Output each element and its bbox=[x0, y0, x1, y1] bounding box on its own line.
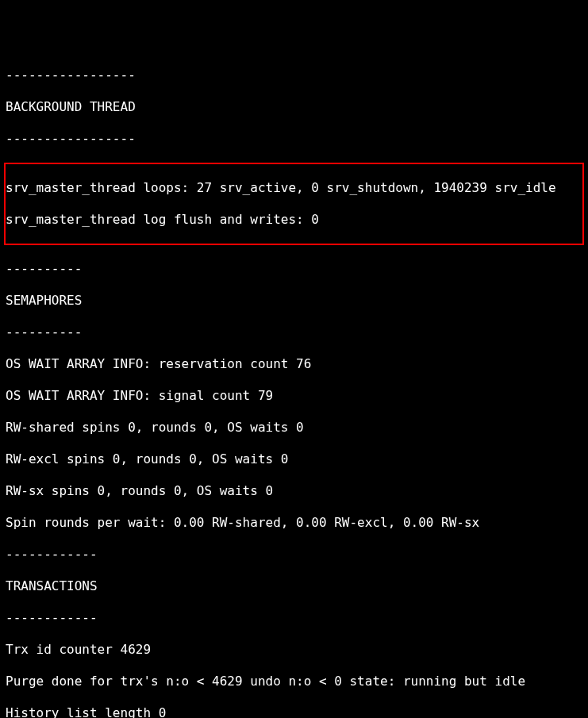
separator: ---------- bbox=[6, 261, 582, 277]
separator: ------------ bbox=[6, 547, 582, 562]
trx-id-counter: Trx id counter 4629 bbox=[6, 642, 582, 658]
history-list-length: History list length 0 bbox=[6, 705, 582, 718]
purge-done: Purge done for trx's n:o < 4629 undo n:o… bbox=[6, 674, 582, 689]
srv-master-thread-log-flush: srv_master_thread log flush and writes: … bbox=[6, 212, 582, 228]
rw-excl-spins: RW-excl spins 0, rounds 0, OS waits 0 bbox=[6, 451, 582, 467]
separator: ----------------- bbox=[6, 131, 582, 147]
os-wait-array-signal: OS WAIT ARRAY INFO: signal count 79 bbox=[6, 388, 582, 404]
section-title-background-thread: BACKGROUND THREAD bbox=[6, 99, 582, 115]
spin-rounds-per-wait: Spin rounds per wait: 0.00 RW-shared, 0.… bbox=[6, 515, 582, 531]
os-wait-array-reservation: OS WAIT ARRAY INFO: reservation count 76 bbox=[6, 356, 582, 372]
rw-shared-spins: RW-shared spins 0, rounds 0, OS waits 0 bbox=[6, 420, 582, 436]
srv-master-thread-loops: srv_master_thread loops: 27 srv_active, … bbox=[6, 180, 582, 196]
section-title-semaphores: SEMAPHORES bbox=[6, 293, 582, 309]
separator: ----------------- bbox=[6, 67, 582, 83]
separator: ---------- bbox=[6, 324, 582, 340]
highlight-box-background-thread: srv_master_thread loops: 27 srv_active, … bbox=[4, 163, 584, 245]
section-title-transactions: TRANSACTIONS bbox=[6, 578, 582, 594]
separator: ------------ bbox=[6, 610, 582, 626]
rw-sx-spins: RW-sx spins 0, rounds 0, OS waits 0 bbox=[6, 483, 582, 499]
